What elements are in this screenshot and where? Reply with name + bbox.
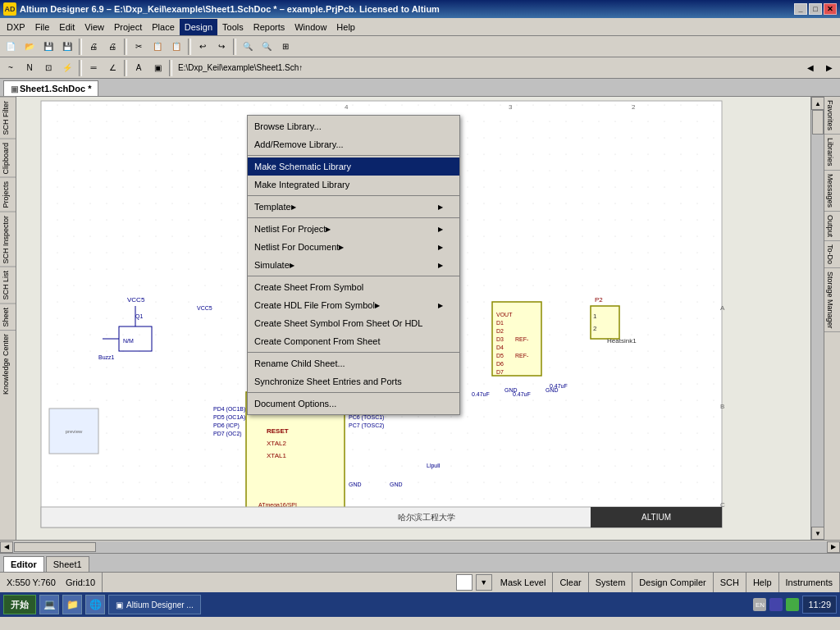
menu-design[interactable]: Design	[180, 19, 217, 35]
copy-btn[interactable]: 📋	[148, 38, 167, 56]
menu-simulate[interactable]: Simulate ▶	[248, 256, 459, 274]
bottom-status: X:550 Y:760 Grid:10 ▼ Mask Level Clear S…	[0, 572, 840, 592]
text-btn[interactable]: A	[130, 59, 148, 77]
power-btn[interactable]: ⚡	[58, 59, 76, 77]
menu-place[interactable]: Place	[147, 19, 180, 35]
menu-window[interactable]: Window	[290, 19, 331, 35]
menu-netlist-project[interactable]: Netlist For Project ▶	[248, 220, 459, 238]
taskbar-right: EN 11:29	[753, 596, 837, 614]
menu-edit[interactable]: Edit	[54, 19, 80, 35]
menu-create-component[interactable]: Create Component From Sheet	[248, 332, 459, 350]
start-button[interactable]: 开始	[3, 595, 36, 614]
toolbar2: ~ N ⊡ ⚡ ═ ∠ A ▣ E:\Dxp_Keil\example\Shee…	[0, 57, 840, 79]
open-btn[interactable]: 📂	[21, 38, 39, 56]
status-instruments[interactable]: Instruments	[779, 573, 840, 592]
sidebar-sch-inspector[interactable]: SCH Inspector	[0, 212, 16, 267]
menu-reports[interactable]: Reports	[249, 19, 290, 35]
svg-text:Heatsink1: Heatsink1	[607, 337, 637, 345]
menu-project[interactable]: Project	[109, 19, 147, 35]
sidebar-clipboard[interactable]: Clipboard	[0, 139, 16, 178]
sidebar-sheet[interactable]: Sheet	[0, 304, 16, 331]
status-help[interactable]: Help	[746, 573, 779, 592]
back-btn[interactable]: ◀	[801, 59, 819, 77]
menu-netlist-document[interactable]: Netlist For Document ▶	[248, 238, 459, 256]
menu-make-schematic-library[interactable]: Make Schematic Library	[248, 158, 459, 176]
menu-create-sheet-from-symbol[interactable]: Create Sheet From Symbol	[248, 278, 459, 296]
sidebar-sch-list[interactable]: SCH List	[0, 267, 16, 304]
battery-icon[interactable]	[786, 598, 799, 611]
schematic-area: VCC5 Q1 N/M Buzz1 VCC5 VCC5 VCC5 RESET X…	[16, 97, 810, 540]
menu-file[interactable]: File	[30, 19, 55, 35]
menu-template[interactable]: Template ▶	[248, 198, 459, 216]
titlebar-title: Altium Designer 6.9 – E:\Dxp_Keil\exampl…	[20, 4, 440, 14]
sidebar-knowledge-center[interactable]: Knowledge Center	[0, 330, 16, 398]
menu-tools[interactable]: Tools	[217, 19, 249, 35]
bus-entry-btn[interactable]: ∠	[103, 59, 121, 77]
maximize-button[interactable]: □	[809, 3, 822, 15]
menu-browse-library[interactable]: Browse Library...	[248, 117, 459, 135]
menu-create-sheet-symbol[interactable]: Create Sheet Symbol From Sheet Or HDL	[248, 314, 459, 332]
wire-btn[interactable]: ~	[2, 59, 20, 77]
scroll-thumb[interactable]	[812, 110, 824, 135]
new-btn[interactable]: 📄	[2, 38, 20, 56]
zoom-in-btn[interactable]: 🔍	[239, 38, 257, 56]
paste-btn[interactable]: 📋	[167, 38, 185, 56]
menubar: DXP File Edit View Project Place Design …	[0, 18, 840, 36]
taskbar-altium[interactable]: ▣ Altium Designer ...	[108, 595, 201, 614]
tab-sheet1-bottom[interactable]: Sheet1	[46, 556, 89, 572]
comp-btn[interactable]: ⊡	[39, 59, 57, 77]
tab-editor[interactable]: Editor	[3, 556, 44, 572]
undo-btn[interactable]: ↩	[194, 38, 212, 56]
panel-libraries[interactable]: Libraries	[824, 135, 840, 171]
menu-add-remove-library[interactable]: Add/Remove Library...	[248, 135, 459, 153]
svg-text:Buzz1: Buzz1	[98, 354, 115, 360]
menu-create-hdl-from-symbol[interactable]: Create HDL File From Symbol ▶	[248, 296, 459, 314]
zoom-fit-btn[interactable]: ⊞	[276, 38, 294, 56]
close-button[interactable]: ✕	[824, 3, 837, 15]
scroll-down-btn[interactable]: ▼	[811, 527, 824, 540]
sidebar-projects[interactable]: Projects	[0, 177, 16, 212]
taskbar-icon1[interactable]: 💻	[39, 595, 59, 614]
scroll-right-btn[interactable]: ▶	[827, 541, 840, 553]
menu-rename-child-sheet[interactable]: Rename Child Sheet...	[248, 354, 459, 372]
cut-btn[interactable]: ✂	[130, 38, 148, 56]
print-btn[interactable]: 🖨	[84, 38, 103, 56]
status-design-compiler[interactable]: Design Compiler	[632, 573, 713, 592]
minimize-button[interactable]: _	[794, 3, 807, 15]
save-btn[interactable]: 💾	[39, 38, 57, 56]
save-all-btn[interactable]: 💾	[58, 38, 76, 56]
bus-btn[interactable]: ═	[84, 59, 103, 77]
net-btn[interactable]: N	[21, 59, 39, 77]
menu-view[interactable]: View	[80, 19, 109, 35]
menu-help[interactable]: Help	[331, 19, 360, 35]
svg-text:D2: D2	[496, 328, 504, 334]
taskbar-icon2[interactable]: 📁	[62, 595, 82, 614]
network-icon[interactable]	[769, 598, 783, 611]
scroll-up-btn[interactable]: ▲	[811, 97, 824, 110]
taskbar-icon3[interactable]: 🌐	[85, 595, 105, 614]
status-system[interactable]: System	[589, 573, 633, 592]
h-scroll-thumb[interactable]	[14, 542, 96, 552]
lang-icon[interactable]: EN	[753, 598, 766, 611]
menu-synchronize-entries[interactable]: Synchronize Sheet Entries and Ports	[248, 372, 459, 390]
forward-btn[interactable]: ▶	[820, 59, 838, 77]
panel-todo[interactable]: To-Do	[824, 241, 840, 268]
zoom-out-btn[interactable]: 🔍	[258, 38, 276, 56]
sidebar-sch-filter[interactable]: SCH Filter	[0, 97, 16, 139]
panel-storage-manager[interactable]: Storage Manager	[824, 268, 840, 333]
scroll-left-btn[interactable]: ◀	[0, 541, 13, 553]
menu-document-options[interactable]: Document Options...	[248, 395, 459, 413]
panel-messages[interactable]: Messages	[824, 171, 840, 212]
filter-icon[interactable]: ▼	[476, 574, 492, 591]
tab-sheet1[interactable]: ▣ Sheet1.SchDoc *	[3, 80, 98, 96]
panel-favorites[interactable]: Favorites	[824, 97, 840, 135]
comment-btn[interactable]: ▣	[148, 59, 167, 77]
menu-make-integrated-library[interactable]: Make Integrated Library	[248, 176, 459, 194]
print2-btn[interactable]: 🖨	[103, 38, 121, 56]
status-clear[interactable]: Clear	[553, 573, 588, 592]
status-sch[interactable]: SCH	[714, 573, 746, 592]
redo-btn[interactable]: ↪	[212, 38, 231, 56]
svg-text:P2: P2	[595, 296, 603, 304]
menu-dxp[interactable]: DXP	[2, 19, 30, 35]
panel-output[interactable]: Output	[824, 212, 840, 241]
